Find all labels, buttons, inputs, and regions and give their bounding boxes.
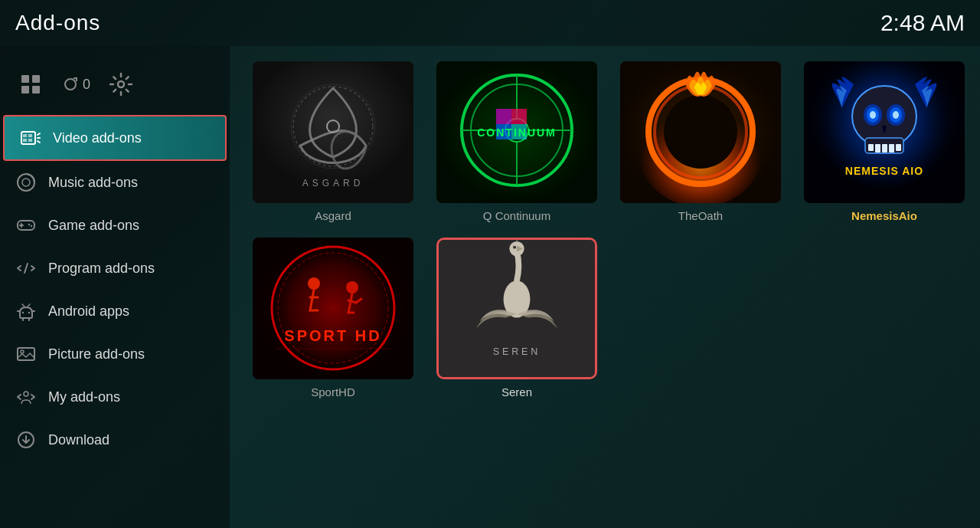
- addon-card-asgard[interactable]: ASGARD Asgard: [253, 61, 413, 222]
- main-content: ASGARD Asgard: [230, 46, 980, 528]
- addon-thumb-qcontinuum: CONTINUUM: [436, 61, 597, 203]
- game-icon: [15, 215, 37, 236]
- clock: 2:48 AM: [880, 10, 965, 36]
- svg-point-68: [870, 111, 876, 119]
- svg-text:SEREN: SEREN: [493, 346, 541, 357]
- picture-icon: [15, 343, 37, 365]
- svg-text:NEMESIS AIO: NEMESIS AIO: [845, 165, 923, 177]
- svg-rect-29: [18, 348, 34, 360]
- svg-point-19: [31, 225, 32, 227]
- svg-point-80: [308, 277, 320, 290]
- sidebar-item-android-apps[interactable]: Android apps: [0, 290, 230, 333]
- svg-point-38: [293, 87, 373, 166]
- music-icon: [15, 172, 37, 193]
- svg-rect-9: [28, 139, 32, 142]
- update-count-label: 0: [83, 77, 90, 93]
- svg-rect-47: [511, 109, 527, 124]
- video-icon: [20, 127, 41, 149]
- update-count-button[interactable]: 0: [61, 75, 90, 93]
- sidebar-item-picture-addons[interactable]: Picture add-ons: [0, 333, 230, 376]
- svg-rect-0: [21, 75, 29, 83]
- svg-line-20: [24, 264, 28, 273]
- svg-point-59: [664, 95, 737, 169]
- svg-rect-46: [496, 109, 511, 124]
- svg-rect-1: [32, 75, 40, 83]
- svg-point-18: [28, 224, 30, 225]
- program-icon: [15, 257, 37, 279]
- addon-label-theoath: TheOath: [678, 209, 723, 222]
- addon-thumb-asgard: ASGARD: [253, 61, 413, 203]
- addons-icon-button[interactable]: [15, 69, 46, 100]
- addon-label-nemesisaio: NemesisAio: [851, 209, 917, 222]
- svg-text:SPORT HD: SPORT HD: [284, 327, 381, 344]
- sidebar-item-program-addons-label: Program add-ons: [48, 261, 155, 277]
- addon-card-theoath[interactable]: TheOath: [620, 61, 781, 222]
- svg-line-26: [28, 304, 30, 307]
- svg-rect-72: [882, 144, 887, 152]
- sidebar-item-download[interactable]: Download: [0, 418, 230, 461]
- svg-point-14: [22, 179, 30, 186]
- svg-rect-8: [23, 139, 27, 142]
- sidebar-item-game-addons-label: Game add-ons: [48, 218, 139, 234]
- svg-point-31: [24, 392, 28, 396]
- addon-thumb-sporthd: SPORT HD: [253, 238, 413, 379]
- svg-point-30: [21, 350, 24, 353]
- svg-rect-2: [21, 86, 29, 93]
- sidebar-item-picture-addons-label: Picture add-ons: [48, 346, 145, 362]
- svg-point-37: [327, 120, 339, 133]
- svg-point-22: [28, 312, 30, 313]
- addon-card-sporthd[interactable]: SPORT HD SportHD: [253, 238, 413, 398]
- addon-label-seren: Seren: [501, 385, 532, 398]
- header: Add-ons 2:48 AM: [0, 0, 980, 46]
- addon-card-seren[interactable]: SEREN Seren: [436, 238, 597, 398]
- svg-line-25: [22, 304, 24, 307]
- sidebar-item-music-addons-label: Music add-ons: [48, 175, 138, 191]
- addon-card-qcontinuum[interactable]: CONTINUUM Q Continuum: [436, 61, 597, 222]
- svg-rect-3: [32, 86, 40, 93]
- svg-point-36: [291, 84, 375, 169]
- addon-label-asgard: Asgard: [315, 209, 351, 222]
- svg-rect-71: [875, 144, 880, 152]
- addon-grid: ASGARD Asgard: [253, 61, 957, 398]
- svg-rect-70: [868, 144, 874, 151]
- sidebar-item-music-addons[interactable]: Music add-ons: [0, 161, 230, 204]
- svg-point-81: [346, 281, 358, 294]
- addon-card-nemesisaio[interactable]: NEMESIS AIO NemesisAio: [804, 61, 965, 222]
- sidebar-item-program-addons[interactable]: Program add-ons: [0, 247, 230, 290]
- svg-point-87: [513, 246, 516, 249]
- sidebar-item-video-addons-label: Video add-ons: [53, 130, 142, 146]
- addon-thumb-nemesisaio: NEMESIS AIO: [804, 61, 965, 203]
- sidebar: 0 Video add-ons: [0, 46, 230, 528]
- my-addons-icon: [15, 386, 37, 408]
- settings-icon-button[interactable]: [106, 69, 136, 100]
- svg-rect-5: [21, 132, 35, 144]
- sidebar-item-video-addons[interactable]: Video add-ons: [3, 115, 227, 161]
- svg-rect-73: [889, 144, 894, 152]
- svg-text:CONTINUUM: CONTINUUM: [477, 126, 557, 139]
- svg-line-11: [38, 141, 40, 143]
- sidebar-toolbar: 0: [0, 61, 230, 115]
- addon-label-sporthd: SportHD: [311, 385, 355, 398]
- svg-rect-7: [28, 134, 32, 137]
- svg-line-10: [38, 133, 40, 135]
- sidebar-item-download-label: Download: [48, 432, 109, 448]
- svg-point-4: [118, 81, 124, 87]
- svg-point-21: [22, 312, 24, 313]
- svg-rect-6: [23, 134, 27, 137]
- sidebar-item-android-apps-label: Android apps: [48, 303, 129, 320]
- addon-label-qcontinuum: Q Continuum: [483, 209, 550, 222]
- addon-thumb-seren: SEREN: [436, 238, 597, 379]
- sidebar-item-game-addons[interactable]: Game add-ons: [0, 204, 230, 247]
- page-title: Add-ons: [15, 11, 100, 35]
- svg-rect-74: [896, 144, 901, 151]
- svg-text:ASGARD: ASGARD: [302, 178, 364, 189]
- sidebar-item-my-addons[interactable]: My add-ons: [0, 376, 230, 418]
- download-icon: [15, 429, 37, 451]
- sidebar-item-my-addons-label: My add-ons: [48, 389, 120, 405]
- svg-point-69: [893, 111, 899, 119]
- android-icon: [15, 300, 37, 322]
- addon-thumb-theoath: [620, 61, 781, 203]
